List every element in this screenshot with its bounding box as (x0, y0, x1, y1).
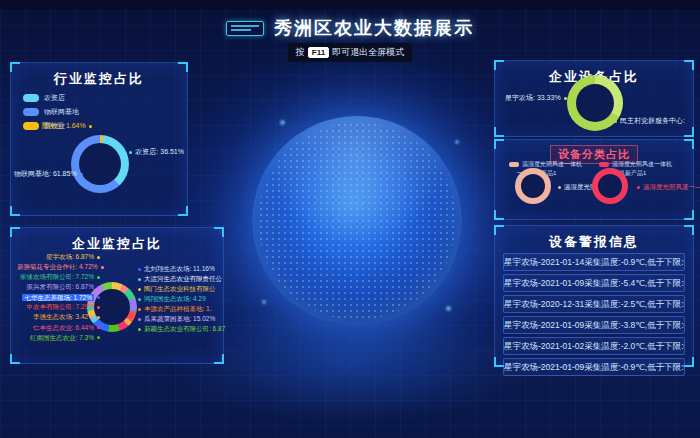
globe-visualization (252, 116, 462, 326)
corner-accent (684, 139, 694, 149)
chart-callout: 星宇农场: 6.87% (17, 252, 103, 262)
chart-callout: 温湿度光照风速一— (634, 183, 700, 192)
chart-callout: 新塍菊花专业合作社: 4.72% (17, 262, 103, 272)
callout-dot (129, 151, 132, 154)
legend-swatch (599, 162, 609, 167)
enterprise-panel: 企业监控占比 星宇农场: 6.87% 新塍菊花专业合作社: 4.72% 家缘农场… (10, 227, 224, 364)
alarm-row: 星宇农场-2021-01-09采集温度:-3.8℃,低于下限:0℃ (503, 316, 685, 334)
corner-accent (494, 225, 504, 235)
glow-dot (262, 300, 266, 304)
corner-accent (684, 210, 694, 220)
callout-dot (138, 328, 141, 331)
chart-callout: 北刘翔生态农场: 11.16% (135, 264, 221, 274)
corner-accent (684, 60, 694, 70)
legend-item: 温湿度光照风速一体机 (509, 160, 582, 169)
callout-dot (614, 120, 617, 123)
corner-accent (10, 62, 20, 72)
glow-dot (455, 140, 459, 144)
corner-accent (10, 354, 20, 364)
industry-donut-chart (71, 135, 129, 193)
chart-callout: 丰源农产品种植基地: 1. (135, 304, 221, 314)
chart-callout: 物联网基地: 61.85% (14, 169, 86, 179)
callout-dot (138, 288, 141, 291)
chart-callout: 家缘农场有限公司: 7.72% (17, 272, 103, 282)
corner-accent (494, 127, 504, 137)
callout-dot (97, 286, 100, 289)
chart-callout: 红南国生态农业: 7.3% (17, 333, 103, 343)
chart-callout: 中农丰有限公司: 7.29% (17, 302, 103, 312)
chart-callout: 星宇农场: 33.33% (505, 93, 570, 103)
chart-callout: 畜牧业: 1.64% (41, 121, 95, 131)
chart-callout: 瓜果蔬菜园基地: 15.02% (135, 314, 221, 324)
chart-callout-highlighted: 七华生态养殖场: 1.72% (17, 292, 103, 302)
corner-accent (684, 225, 694, 235)
chart-callout: 新颖生态农业有限公司: 6.87 (135, 324, 221, 334)
corner-accent (684, 127, 694, 137)
corner-accent (10, 227, 20, 237)
callout-dot (564, 97, 567, 100)
enterprise-labels-right: 北刘翔生态农场: 11.16% 大运河生态农业有限责任公 陶门生态农业科技有限公… (135, 264, 221, 335)
f11-key: F11 (308, 47, 329, 58)
alarm-row: 星宇农场-2021-01-09采集温度:-0.9℃,低于下限:0℃ (503, 358, 685, 376)
industry-panel: 行业监控占比 农资店 物联网基地 畜牧业 畜牧业: 1.64% 农资店: 36.… (10, 62, 188, 216)
chart-callout: 农资店: 36.51% (126, 147, 184, 157)
chart-callout: 陶门生态农业科技有限公 (135, 284, 221, 294)
callout-dot (138, 268, 141, 271)
fullscreen-hint-box: 按F11即可退出全屏模式 (288, 43, 412, 62)
glow-dot (280, 120, 285, 125)
callout-dot (97, 296, 100, 299)
corner-accent (214, 354, 224, 364)
chart-callout: 鸿翔国生态农场: 4.29 (135, 294, 221, 304)
corner-accent (494, 60, 504, 70)
callout-dot (97, 336, 100, 339)
callout-dot (97, 326, 100, 329)
chart-callout: 大运河生态农业有限责任公 (135, 274, 221, 284)
corner-accent (494, 210, 504, 220)
callout-dot (80, 173, 83, 176)
callout-dot (101, 266, 104, 269)
alarm-row: 星宇农场-2021-01-14采集温度:-0.9℃,低于下限:0℃ (503, 253, 685, 271)
class-donut-right (592, 168, 628, 204)
legend-swatch (509, 162, 519, 167)
callout-dot (138, 278, 141, 281)
top-bar (0, 0, 700, 9)
callout-dot (558, 186, 561, 189)
chart-callout: 民主村党群服务中心: (611, 116, 685, 126)
fullscreen-hint: 按F11即可退出全屏模式 (0, 41, 700, 62)
alarm-row: 星宇农场-2021-01-09采集温度:-5.4℃,低于下限:0℃ (503, 274, 685, 292)
legend-swatch (23, 122, 39, 130)
alarm-row: 星宇农场-2021-01-02采集温度:-2.0℃,低于下限:0℃ (503, 337, 685, 355)
enterprise-labels-left: 星宇农场: 6.87% 新塍菊花专业合作社: 4.72% 家缘农场有限公司: 7… (17, 252, 103, 343)
chart-callout: 李强生态农场: 3.42% (17, 312, 103, 322)
chart-callout: 振兴发有限公司: 6.87% (17, 282, 103, 292)
callout-dot (138, 298, 141, 301)
corner-accent (494, 139, 504, 149)
class-donut-left (515, 168, 551, 204)
legend-swatch (23, 108, 39, 116)
chart-callout: 仁丰生态农业: 6.44% (17, 323, 103, 333)
hint-prefix: 按 (296, 47, 305, 57)
corner-accent (178, 206, 188, 216)
callout-dot (637, 186, 640, 189)
hint-suffix: 即可退出全屏模式 (332, 47, 404, 57)
industry-panel-title: 行业监控占比 (11, 70, 187, 88)
header-logo (226, 21, 264, 36)
legend-item: 物联网基地 (23, 107, 79, 117)
callout-dot (89, 125, 92, 128)
callout-dot (97, 306, 100, 309)
dashboard: 秀洲区农业大数据展示 按F11即可退出全屏模式 行业监控占比 农资店 物联网基地… (0, 0, 700, 438)
header: 秀洲区农业大数据展示 (0, 16, 700, 40)
alarm-panel: 设备警报信息 星宇农场-2021-01-14采集温度:-0.9℃,低于下限:0℃… (494, 225, 694, 367)
legend-item: 农资店 (23, 93, 79, 103)
page-title: 秀洲区农业大数据展示 (274, 16, 474, 40)
callout-dot (138, 308, 141, 311)
glow-dot (446, 306, 451, 311)
alarm-row: 星宇农场-2020-12-31采集温度:-2.5℃,低于下限:0℃ (503, 295, 685, 313)
legend-swatch (23, 94, 39, 102)
device-class-panel: 设备分类占比 温湿度光照风速一体机 一体机新产品1 温湿度光照风速一— 温湿度光… (494, 139, 694, 220)
enterprise-panel-title: 企业监控占比 (11, 235, 223, 253)
callout-dot (97, 276, 100, 279)
corner-accent (178, 62, 188, 72)
corner-accent (214, 227, 224, 237)
callout-dot (97, 316, 100, 319)
